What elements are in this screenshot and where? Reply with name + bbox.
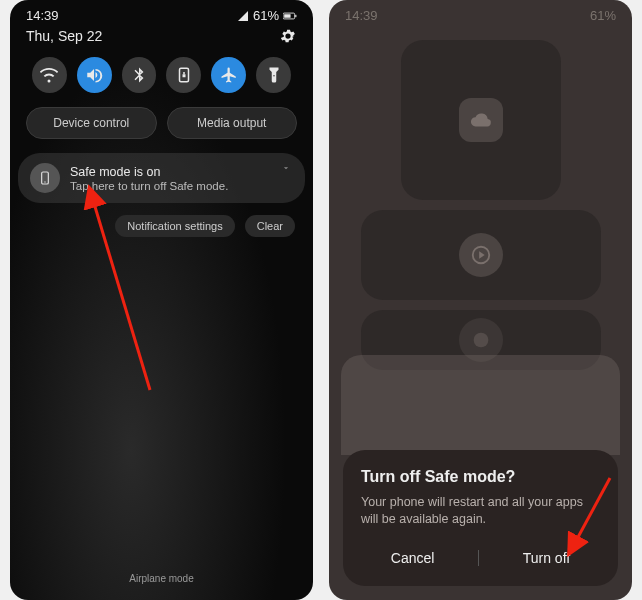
airplane-icon bbox=[220, 66, 238, 84]
sound-icon bbox=[85, 66, 103, 84]
qs-sound[interactable] bbox=[77, 57, 112, 93]
status-time-dim: 14:39 bbox=[345, 8, 378, 23]
sheet-backdrop bbox=[341, 355, 620, 455]
signal-icon bbox=[237, 10, 249, 22]
play-icon bbox=[459, 233, 503, 277]
svg-rect-4 bbox=[182, 74, 185, 77]
qs-wifi[interactable] bbox=[32, 57, 67, 93]
cancel-button[interactable]: Cancel bbox=[375, 544, 451, 572]
qs-flashlight[interactable] bbox=[256, 57, 291, 93]
footer-mode-label: Airplane mode bbox=[10, 573, 313, 584]
background-tile-1 bbox=[401, 40, 561, 200]
right-screenshot: 14:39 61% Turn off Safe mode? Your phone… bbox=[329, 0, 632, 600]
flashlight-icon bbox=[265, 66, 283, 84]
dialog-separator bbox=[478, 550, 479, 566]
date-row: Thu, Sep 22 bbox=[10, 23, 313, 53]
qs-airplane[interactable] bbox=[211, 57, 246, 93]
qs-bluetooth[interactable] bbox=[122, 57, 157, 93]
notification-title: Safe mode is on bbox=[70, 165, 293, 179]
status-right-dim: 61% bbox=[590, 8, 616, 23]
notification-text: Safe mode is on Tap here to turn off Saf… bbox=[70, 165, 293, 192]
notification-settings-button[interactable]: Notification settings bbox=[115, 215, 234, 237]
left-screenshot: 14:39 61% Thu, Sep 22 Device contr bbox=[10, 0, 313, 600]
notification-subtitle: Tap here to turn off Safe mode. bbox=[70, 180, 293, 192]
rotation-lock-icon bbox=[175, 66, 193, 84]
status-right: 61% bbox=[237, 8, 297, 23]
battery-icon bbox=[283, 11, 297, 21]
svg-point-6 bbox=[44, 181, 45, 182]
status-time: 14:39 bbox=[26, 8, 59, 23]
status-bar-dimmed: 14:39 61% bbox=[329, 0, 632, 31]
background-tile-2 bbox=[361, 210, 601, 300]
battery-pct: 61% bbox=[253, 8, 279, 23]
phone-icon bbox=[30, 163, 60, 193]
qs-rotation-lock[interactable] bbox=[166, 57, 201, 93]
battery-pct-dim: 61% bbox=[590, 8, 616, 23]
wifi-icon bbox=[40, 66, 58, 84]
dialog-body: Your phone will restart and all your app… bbox=[361, 494, 600, 528]
date-text: Thu, Sep 22 bbox=[26, 28, 102, 44]
quick-settings-row bbox=[10, 53, 313, 101]
notification-actions-row: Notification settings Clear bbox=[10, 207, 313, 237]
settings-icon[interactable] bbox=[279, 27, 297, 45]
weather-icon bbox=[459, 98, 503, 142]
bluetooth-icon bbox=[130, 66, 148, 84]
dialog-actions: Cancel Turn off bbox=[361, 544, 600, 578]
turn-off-button[interactable]: Turn off bbox=[507, 544, 586, 572]
safe-mode-notification[interactable]: Safe mode is on Tap here to turn off Saf… bbox=[18, 153, 305, 203]
turn-off-safe-mode-dialog: Turn off Safe mode? Your phone will rest… bbox=[343, 450, 618, 586]
dialog-title: Turn off Safe mode? bbox=[361, 468, 600, 486]
svg-rect-2 bbox=[295, 14, 296, 16]
status-bar: 14:39 61% bbox=[10, 0, 313, 23]
quick-pills-row: Device control Media output bbox=[10, 101, 313, 149]
clear-button[interactable]: Clear bbox=[245, 215, 295, 237]
chevron-down-icon bbox=[281, 163, 291, 173]
annotation-arrow bbox=[70, 170, 170, 400]
media-output-button[interactable]: Media output bbox=[167, 107, 298, 139]
device-control-button[interactable]: Device control bbox=[26, 107, 157, 139]
svg-point-9 bbox=[473, 333, 488, 348]
svg-rect-1 bbox=[284, 14, 290, 18]
